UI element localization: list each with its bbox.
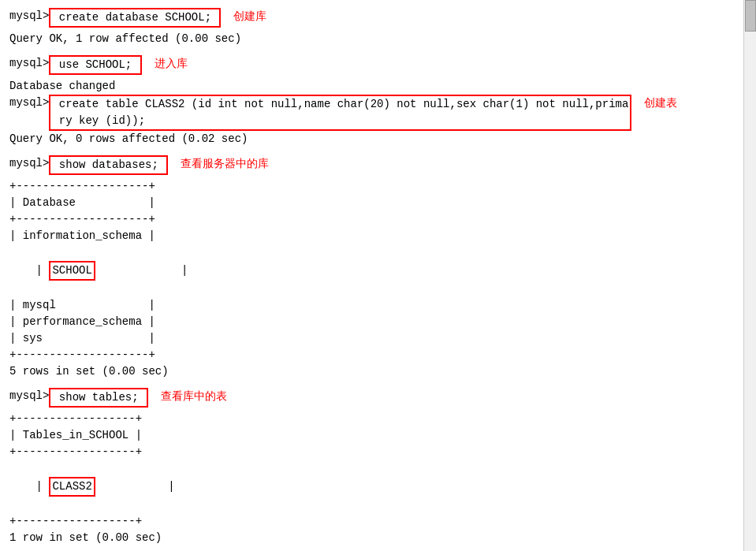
table-sep-2: +--------------------+ [9, 211, 747, 228]
table-sep-t2: +------------------+ [9, 444, 747, 460]
school-highlight: SCHOOL [49, 261, 95, 281]
annotation-use-db: 进入库 [155, 55, 188, 72]
table-row-school: | SCHOOL | [9, 244, 747, 297]
table-cell-after: | [95, 264, 188, 277]
table-row-mysql: | mysql | [9, 297, 747, 314]
table-cell-t-before: | [36, 480, 50, 493]
prompt: mysql> [9, 55, 49, 72]
output-1row-text: 1 row in set (0.00 sec) [9, 530, 162, 546]
output-text: Query OK, 1 row affected (0.00 sec) [9, 31, 241, 47]
table-header-tables: | Tables_in_SCHOOL | [9, 427, 747, 444]
output-5rows-text: 5 rows in set (0.00 sec) [9, 363, 169, 380]
table-sep-3: +--------------------+ [9, 347, 747, 363]
table-cell-t-after: | [95, 480, 175, 493]
annotation-show-tables: 查看库中的表 [161, 388, 227, 404]
class2-highlight: CLASS2 [49, 477, 95, 497]
scrollbar[interactable] [743, 0, 756, 551]
table-row-sys: | sys | [9, 330, 747, 347]
line-create-table: mysql> create table CLASS2 (id int not n… [9, 95, 747, 131]
table-cell-before: | [36, 264, 50, 277]
annotation-create-table: 创建表 [644, 95, 677, 111]
line-create-db: mysql> create database SCHOOL; 创建库 [9, 8, 747, 28]
cmd-create-table: create table CLASS2 (id int not null,nam… [49, 95, 631, 131]
line-show-db: mysql> show databases; 查看服务器中的库 [9, 155, 747, 175]
output-1row: 1 row in set (0.00 sec) [9, 530, 747, 546]
scrollbar-thumb[interactable] [745, 0, 756, 32]
cmd-show-tables: show tables; [49, 388, 148, 408]
annotation-create-db: 创建库 [233, 8, 266, 24]
annotation-show-db: 查看服务器中的库 [181, 155, 269, 172]
terminal: mysql> create database SCHOOL; 创建库 Query… [0, 0, 756, 551]
table-sep-t1: +------------------+ [9, 411, 747, 427]
prompt: mysql> [9, 95, 49, 111]
prompt: mysql> [9, 155, 49, 172]
line-use-db: mysql> use SCHOOL; 进入库 [9, 55, 747, 75]
table-row-class2: | CLASS2 | [9, 460, 747, 513]
cmd-use-db: use SCHOOL; [49, 55, 141, 75]
cmd-create-db: create database SCHOOL; [49, 8, 221, 28]
output-create-table: Query OK, 0 rows affected (0.02 sec) [9, 131, 747, 147]
cmd-show-db: show databases; [49, 155, 168, 175]
output-use-db: Database changed [9, 78, 747, 95]
output-5rows: 5 rows in set (0.00 sec) [9, 363, 747, 380]
table-sep-t3: +------------------+ [9, 513, 747, 530]
output-text-create-table: Query OK, 0 rows affected (0.02 sec) [9, 131, 248, 147]
table-sep-1: +--------------------+ [9, 178, 747, 195]
output-create-db: Query OK, 1 row affected (0.00 sec) [9, 31, 747, 47]
output-text-db-changed: Database changed [9, 78, 115, 95]
table-row-infschema: | information_schema | [9, 228, 747, 244]
table-header-db: | Database | [9, 195, 747, 211]
prompt: mysql> [9, 8, 49, 24]
prompt: mysql> [9, 388, 49, 404]
line-show-tables: mysql> show tables; 查看库中的表 [9, 388, 747, 408]
table-row-perf: | performance_schema | [9, 314, 747, 330]
